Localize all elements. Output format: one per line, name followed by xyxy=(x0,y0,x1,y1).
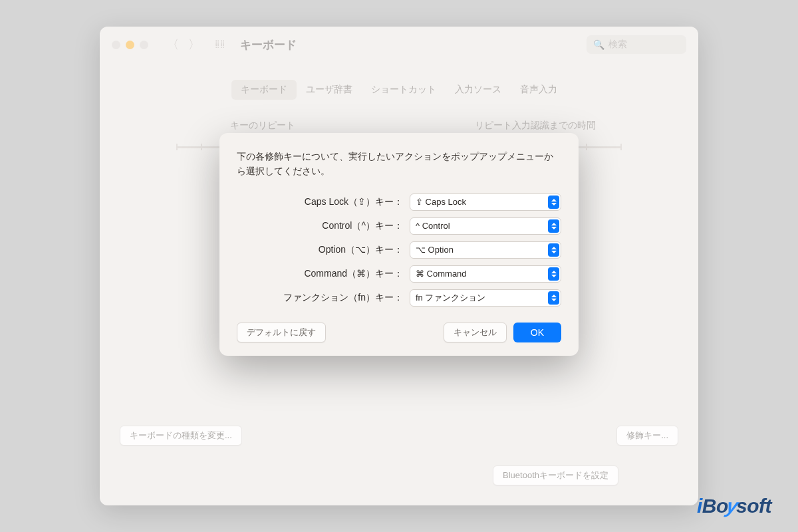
chevron-updown-icon xyxy=(548,219,559,233)
row-command: Command（⌘）キー： ⌘ Command xyxy=(237,265,561,283)
chevron-updown-icon xyxy=(548,291,559,305)
chevron-updown-icon xyxy=(548,243,559,257)
command-value: ⌘ Command xyxy=(416,269,467,279)
option-label: Option（⌥）キー： xyxy=(237,244,403,256)
command-select[interactable]: ⌘ Command xyxy=(410,265,561,283)
capslock-select[interactable]: ⇪ Caps Lock xyxy=(410,194,561,211)
command-label: Command（⌘）キー： xyxy=(237,268,403,280)
control-value: ^ Control xyxy=(416,221,450,231)
cancel-button[interactable]: キャンセル xyxy=(444,323,507,342)
preferences-window: 〈 〉 ⠿⠿⠿⠿ キーボード 🔍 検索 キーボード ユーザ辞書 ショートカット … xyxy=(100,27,698,505)
function-value: fn ファンクション xyxy=(416,292,485,304)
capslock-value: ⇪ Caps Lock xyxy=(416,197,466,207)
modifier-keys-dialog: 下の各修飾キーについて、実行したいアクションをポップアップメニューから選択してく… xyxy=(219,133,579,356)
dialog-instruction: 下の各修飾キーについて、実行したいアクションをポップアップメニューから選択してく… xyxy=(237,149,561,179)
function-label: ファンクション（fn）キー： xyxy=(237,292,403,304)
row-capslock: Caps Lock（⇪）キー： ⇪ Caps Lock xyxy=(237,194,561,211)
row-function: ファンクション（fn）キー： fn ファンクション xyxy=(237,289,561,307)
ok-button[interactable]: OK xyxy=(513,323,561,342)
control-select[interactable]: ^ Control xyxy=(410,217,561,235)
restore-defaults-button[interactable]: デフォルトに戻す xyxy=(237,323,326,342)
row-option: Option（⌥）キー： ⌥ Option xyxy=(237,241,561,259)
function-select[interactable]: fn ファンクション xyxy=(410,289,561,307)
chevron-updown-icon xyxy=(548,267,559,281)
option-value: ⌥ Option xyxy=(416,245,454,255)
chevron-updown-icon xyxy=(548,196,559,209)
capslock-label: Caps Lock（⇪）キー： xyxy=(237,196,403,208)
control-label: Control（^）キー： xyxy=(237,220,403,232)
row-control: Control（^）キー： ^ Control xyxy=(237,217,561,235)
dialog-footer: デフォルトに戻す キャンセル OK xyxy=(237,323,561,342)
modal-overlay: 下の各修飾キーについて、実行したいアクションをポップアップメニューから選択してく… xyxy=(100,27,698,505)
option-select[interactable]: ⌥ Option xyxy=(410,241,561,259)
watermark-logo: iBoysoft xyxy=(697,495,771,517)
